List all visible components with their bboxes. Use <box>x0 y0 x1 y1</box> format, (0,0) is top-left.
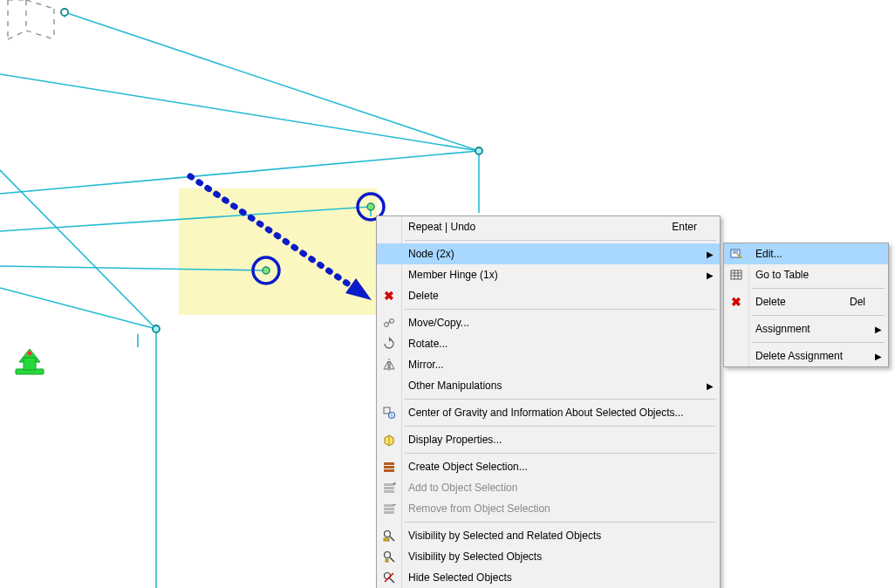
menu-item-label: Move/Copy... <box>401 317 704 329</box>
svg-rect-40 <box>384 469 394 472</box>
node-selected[interactable] <box>367 203 374 210</box>
hide-selected-icon <box>382 571 396 585</box>
delete-icon: ✖ <box>384 290 394 302</box>
rotate-icon <box>382 337 396 351</box>
svg-rect-39 <box>384 466 394 468</box>
menu-vis-sel-related[interactable]: Visibility by Selected and Related Objec… <box>377 525 720 546</box>
menu-delete[interactable]: ✖ Delete <box>377 285 720 306</box>
node[interactable] <box>475 147 482 154</box>
svg-line-10 <box>0 170 156 329</box>
svg-rect-43 <box>384 490 394 493</box>
support-symbol <box>16 349 44 374</box>
context-menu[interactable]: Repeat | Undo Enter Node (2x) ▶ Member H… <box>376 215 721 588</box>
menu-item-accelerator: Enter <box>672 221 704 233</box>
menu-item-label: Node (2x) <box>401 248 704 260</box>
menu-item-label: Go to Table <box>748 269 872 281</box>
svg-marker-32 <box>390 361 394 369</box>
menu-separator <box>377 450 720 456</box>
svg-line-4 <box>26 31 54 39</box>
node[interactable] <box>153 325 160 332</box>
menu-separator <box>377 423 720 429</box>
svg-rect-54 <box>386 559 388 562</box>
svg-point-26 <box>28 352 32 356</box>
menu-cog-info[interactable]: i Center of Gravity and Information Abou… <box>377 402 720 423</box>
hidden-box <box>8 0 54 39</box>
remove-obj-sel-icon: − <box>382 502 396 516</box>
create-obj-sel-icon <box>382 460 396 474</box>
submenu-delete[interactable]: ✖ Delete Del <box>724 291 888 312</box>
vis-selected-icon <box>382 550 396 564</box>
menu-item-label: Visibility by Selected Objects <box>401 550 704 563</box>
delete-icon: ✖ <box>731 296 741 308</box>
menu-member-hinge[interactable]: Member Hinge (1x) ▶ <box>377 264 720 285</box>
menu-separator <box>724 339 888 345</box>
svg-text:i: i <box>391 413 393 418</box>
menu-item-label: Display Properties... <box>401 434 704 446</box>
menu-item-label: Rotate... <box>401 338 704 350</box>
submenu-arrow-icon: ▶ <box>872 352 888 361</box>
menu-hide-selected[interactable]: Hide Selected Objects <box>377 567 720 588</box>
menu-node[interactable]: Node (2x) ▶ <box>377 243 720 264</box>
menu-separator <box>724 312 888 318</box>
menu-item-label: Member Hinge (1x) <box>401 269 704 281</box>
menu-remove-obj-sel: − Remove from Object Selection <box>377 498 720 519</box>
node-selected[interactable] <box>263 267 270 274</box>
svg-point-52 <box>385 552 391 558</box>
submenu-arrow-icon: ▶ <box>704 381 720 391</box>
svg-line-11 <box>65 12 479 151</box>
menu-other-manipulations[interactable]: Other Manipulations ▶ <box>377 375 720 396</box>
submenu-edit[interactable]: Edit... <box>724 243 888 264</box>
menu-item-label: Visibility by Selected and Related Objec… <box>401 530 704 542</box>
move-copy-icon <box>382 316 396 330</box>
menu-item-label: Hide Selected Objects <box>401 571 704 584</box>
submenu-assignment[interactable]: Assignment ▶ <box>724 318 888 339</box>
menu-separator <box>724 285 888 291</box>
sub-menu-node[interactable]: Edit... Go to Table ✖ Delete Del Assignm… <box>723 243 889 367</box>
svg-line-7 <box>0 74 479 151</box>
svg-line-2 <box>8 31 26 39</box>
menu-move-copy[interactable]: Move/Copy... <box>377 312 720 333</box>
menu-mirror[interactable]: Mirror... <box>377 354 720 375</box>
svg-line-5 <box>26 0 54 9</box>
cog-info-icon: i <box>382 406 396 420</box>
submenu-arrow-icon: ▶ <box>704 270 720 280</box>
menu-item-label: Repeat | Undo <box>401 221 672 233</box>
display-props-icon <box>382 433 396 447</box>
menu-vis-selected[interactable]: Visibility by Selected Objects <box>377 546 720 567</box>
table-icon <box>729 268 743 282</box>
menu-item-label: Other Manipulations <box>401 379 704 392</box>
add-obj-sel-icon: + <box>382 481 396 495</box>
node[interactable] <box>61 9 68 16</box>
menu-separator <box>377 396 720 402</box>
submenu-delete-assignment[interactable]: Delete Assignment ▶ <box>724 345 888 366</box>
menu-item-label: Mirror... <box>401 359 704 371</box>
submenu-goto-table[interactable]: Go to Table <box>724 264 888 285</box>
menu-separator <box>377 306 720 312</box>
svg-rect-47 <box>384 511 394 514</box>
svg-rect-61 <box>731 270 741 279</box>
submenu-arrow-icon: ▶ <box>872 325 888 334</box>
vis-sel-related-icon <box>382 529 396 543</box>
menu-item-label: Delete Assignment <box>748 350 872 362</box>
svg-marker-29 <box>389 337 392 342</box>
svg-line-56 <box>390 578 394 583</box>
mirror-icon <box>382 358 396 372</box>
menu-separator <box>377 519 720 525</box>
menu-item-label: Add to Object Selection <box>401 482 704 494</box>
menu-separator <box>377 237 720 243</box>
menu-rotate[interactable]: Rotate... <box>377 333 720 354</box>
svg-marker-31 <box>384 361 388 369</box>
menu-item-label: Create Object Selection... <box>401 461 704 473</box>
menu-item-label: Delete <box>401 290 704 302</box>
menu-item-accelerator: Del <box>850 296 872 308</box>
svg-rect-51 <box>384 538 389 541</box>
svg-line-50 <box>390 537 394 541</box>
svg-rect-38 <box>384 462 394 465</box>
svg-text:+: + <box>393 481 396 488</box>
svg-line-53 <box>390 557 394 562</box>
menu-display-properties[interactable]: Display Properties... <box>377 429 720 450</box>
menu-create-obj-sel[interactable]: Create Object Selection... <box>377 456 720 477</box>
menu-repeat-undo[interactable]: Repeat | Undo Enter <box>377 216 720 237</box>
menu-item-label: Remove from Object Selection <box>401 503 704 515</box>
svg-point-49 <box>385 531 391 537</box>
